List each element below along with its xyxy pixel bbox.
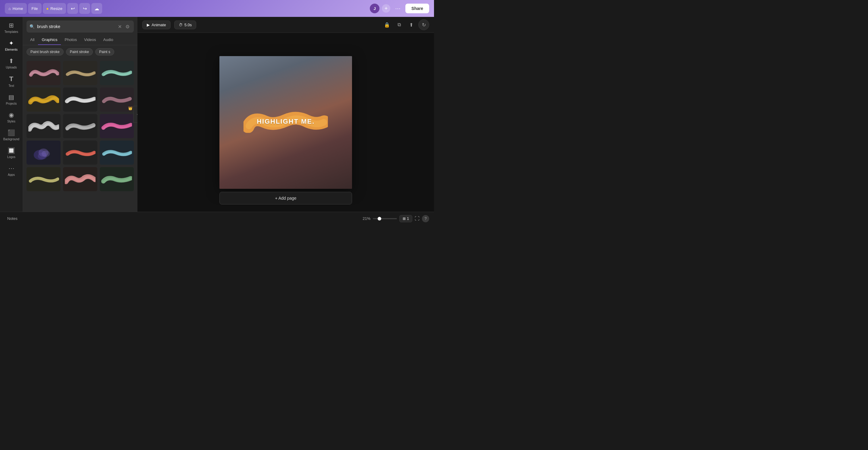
background-icon: ⬛ — [7, 129, 15, 136]
file-button[interactable]: File — [28, 3, 41, 14]
bottom-bar: Notes 21% ⊞ 1 ⛶ ? — [0, 212, 434, 225]
sidebar-item-text[interactable]: T Text — [1, 73, 22, 90]
panel-hide-button[interactable]: ‹ — [133, 106, 137, 123]
sidebar-item-label: Elements — [5, 48, 18, 51]
canvas-area: ▶ Animate ⏱ 5.0s 🔒 ⧉ ⬆ ↻ — [137, 17, 434, 212]
refresh-button[interactable]: ↻ — [418, 19, 429, 30]
undo-button[interactable]: ↩ — [67, 3, 78, 14]
sidebar-item-background[interactable]: ⬛ Background — [1, 127, 22, 143]
animate-button[interactable]: ▶ Animate — [142, 21, 170, 29]
cloud-save-button[interactable]: ☁ — [91, 3, 102, 14]
tab-all[interactable]: All — [27, 35, 38, 45]
clock-icon: ⏱ — [179, 23, 183, 27]
help-button[interactable]: ? — [422, 215, 429, 222]
tab-graphics[interactable]: Graphics — [38, 35, 61, 45]
sidebar-item-label: Logos — [7, 155, 16, 159]
sidebar-item-label: Text — [8, 84, 14, 87]
search-icon: 🔍 — [30, 24, 35, 29]
grid-view-button[interactable]: ⊞ 1 — [399, 215, 412, 222]
more-options-icon[interactable]: ⋯ — [393, 4, 403, 13]
stroke-item-tan[interactable] — [63, 61, 97, 85]
premium-badge: 👑 — [128, 106, 133, 110]
stroke-item-white3[interactable] — [63, 114, 97, 138]
fullscreen-icon: ⛶ — [415, 216, 420, 221]
avatar[interactable]: J — [370, 4, 379, 13]
share-icon: ⬆ — [409, 22, 413, 28]
stroke-item-yellow[interactable] — [27, 87, 61, 112]
sidebar-item-apps[interactable]: ⋯ Apps — [1, 162, 22, 179]
home-button[interactable]: ⌂ Home — [5, 3, 27, 14]
tab-audio[interactable]: Audio — [99, 35, 117, 45]
zoom-handle[interactable] — [378, 217, 381, 220]
tab-photos[interactable]: Photos — [61, 35, 80, 45]
svg-point-3 — [42, 150, 50, 157]
stroke-item-yellow-pale[interactable] — [27, 167, 61, 191]
sidebar-item-projects[interactable]: ▤ Projects — [1, 91, 22, 108]
play-icon: ▶ — [147, 23, 150, 27]
sidebar-item-elements[interactable]: ✦ Elements — [1, 37, 22, 54]
apps-icon: ⋯ — [8, 165, 14, 172]
stroke-item-light-blue[interactable] — [100, 141, 134, 165]
sidebar-item-label: Background — [3, 138, 19, 141]
stroke-item-coral[interactable] — [63, 141, 97, 165]
sidebar-item-label: Apps — [8, 173, 15, 176]
tab-videos[interactable]: Videos — [81, 35, 100, 45]
grid-icon: ⊞ — [403, 216, 406, 221]
stroke-item-sage[interactable] — [100, 167, 134, 191]
canvas-toolbar-right: 🔒 ⧉ ⬆ ↻ — [382, 19, 429, 30]
notes-button[interactable]: Notes — [5, 215, 20, 222]
clear-search-button[interactable]: ✕ — [118, 24, 122, 30]
cloud-icon: ☁ — [94, 6, 99, 11]
sidebar-item-label: Templates — [4, 30, 19, 33]
search-tabs: All Graphics Photos Videos Audio — [23, 35, 137, 45]
projects-icon: ▤ — [8, 93, 14, 101]
tag-pill-paint-stroke[interactable]: Paint stroke — [66, 48, 93, 56]
lock-icon: 🔒 — [384, 22, 390, 28]
refresh-icon: ↻ — [422, 22, 426, 28]
add-collaborator-button[interactable]: + — [382, 4, 390, 13]
canvas-toolbar: ▶ Animate ⏱ 5.0s 🔒 ⧉ ⬆ ↻ — [137, 17, 434, 33]
resize-button[interactable]: ● Resize — [43, 3, 66, 14]
stroke-item-purple-smoke[interactable] — [27, 141, 61, 165]
share-button[interactable]: Share — [405, 4, 429, 13]
filter-button[interactable]: ⚙ — [124, 23, 131, 31]
grid-row-5 — [27, 167, 134, 191]
sidebar-item-uploads[interactable]: ⬆ Uploads — [1, 55, 22, 71]
text-icon: T — [9, 75, 13, 83]
redo-button[interactable]: ↪ — [79, 3, 90, 14]
search-panel: 🔍 ✕ ⚙ All Graphics Photos Videos Audio — [23, 17, 137, 212]
sidebar-item-logos[interactable]: 🔲 Logos — [1, 145, 22, 161]
templates-icon: ⊞ — [9, 22, 14, 29]
canvas-share-button[interactable]: ⬆ — [406, 20, 416, 30]
undo-icon: ↩ — [71, 6, 75, 11]
styles-icon: ◉ — [9, 111, 14, 119]
grid-row-4 — [27, 141, 134, 165]
stroke-item-salmon[interactable] — [63, 167, 97, 191]
stroke-item-mauve[interactable]: 👑 — [100, 87, 134, 112]
sidebar-item-styles[interactable]: ◉ Styles — [1, 109, 22, 125]
time-button[interactable]: ⏱ 5.0s — [174, 21, 196, 29]
duplicate-icon: ⧉ — [398, 22, 401, 27]
stroke-item-white[interactable] — [63, 87, 97, 112]
stroke-item-mint[interactable] — [100, 61, 134, 85]
tag-pill-paint-s[interactable]: Paint s — [95, 48, 114, 56]
main-layout: ⊞ Templates ✦ Elements ⬆ Uploads T Text … — [0, 17, 434, 212]
highlight-text: HIGHLIGHT ME. — [248, 112, 324, 130]
lock-button[interactable]: 🔒 — [382, 20, 392, 30]
tag-pills: Paint brush stroke Paint stroke Paint s — [23, 45, 137, 59]
fullscreen-button[interactable]: ⛶ — [415, 216, 420, 221]
sidebar-item-label: Uploads — [6, 66, 17, 69]
stroke-item-hot-pink[interactable] — [100, 114, 134, 138]
stroke-item-white2[interactable] — [27, 114, 61, 138]
duplicate-button[interactable]: ⧉ — [394, 20, 404, 30]
stroke-item-pink[interactable] — [27, 61, 61, 85]
search-input[interactable] — [37, 24, 116, 29]
bottom-bar-right: 21% ⊞ 1 ⛶ ? — [363, 215, 429, 222]
tag-pill-paint-brush-stroke[interactable]: Paint brush stroke — [27, 48, 64, 56]
add-page-button[interactable]: + Add page — [219, 192, 352, 205]
sidebar-item-label: Projects — [6, 102, 17, 105]
sidebar-item-templates[interactable]: ⊞ Templates — [1, 19, 22, 36]
resize-icon: ● — [46, 6, 49, 11]
zoom-slider[interactable] — [373, 218, 397, 219]
canvas-scroll[interactable]: HIGHLIGHT ME. + Add page — [137, 33, 434, 212]
